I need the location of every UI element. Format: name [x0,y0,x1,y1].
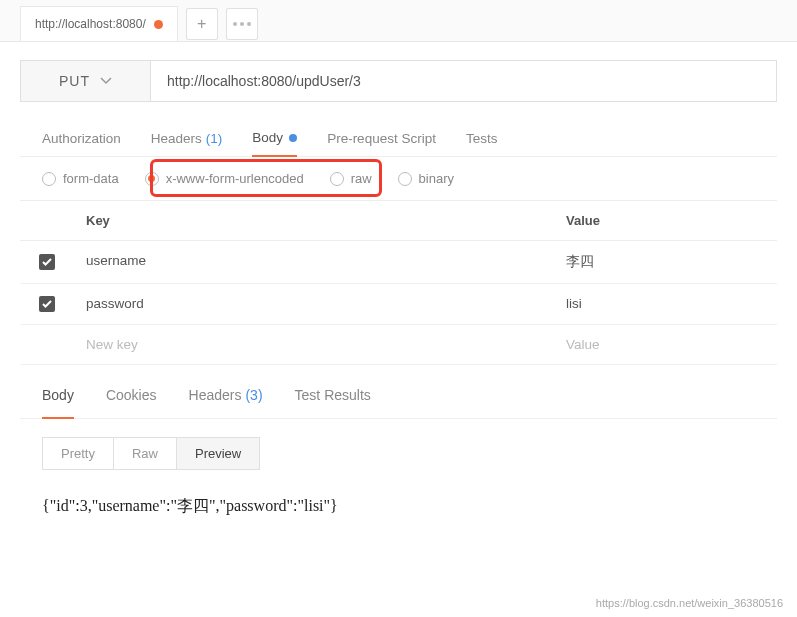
response-body: {"id":3,"username":"李四","password":"lisi… [20,488,777,539]
body-type-selector: form-data x-www-form-urlencoded raw bina… [20,157,777,200]
table-row[interactable]: password lisi [20,284,777,325]
response-tabs: Body Cookies Headers(3) Test Results [20,373,777,419]
radio-binary[interactable]: binary [398,171,454,186]
view-pretty[interactable]: Pretty [43,438,113,469]
resp-tab-cookies[interactable]: Cookies [106,373,157,418]
radio-checked-icon [145,172,159,186]
view-raw[interactable]: Raw [113,438,176,469]
main-area: PUT Authorization Headers(1) Body Pre-re… [0,42,797,539]
radio-form-data[interactable]: form-data [42,171,119,186]
url-input[interactable] [151,61,776,101]
new-value-input[interactable]: Value [554,337,777,352]
tab-headers[interactable]: Headers(1) [151,120,223,156]
tab-bar: http://localhost:8080/ + [0,0,797,42]
tab-title: http://localhost:8080/ [35,17,146,31]
key-header: Key [74,213,554,228]
body-active-dot-icon [289,134,297,142]
value-cell[interactable]: lisi [554,296,777,312]
watermark: https://blog.csdn.net/weixin_36380516 [596,597,783,609]
request-tab[interactable]: http://localhost:8080/ [20,6,178,41]
value-cell[interactable]: 李四 [554,253,777,271]
tab-menu-button[interactable] [226,8,258,40]
resp-tab-body[interactable]: Body [42,373,74,419]
tab-body[interactable]: Body [252,120,297,157]
radio-urlencoded[interactable]: x-www-form-urlencoded [145,171,304,186]
resp-tab-test-results[interactable]: Test Results [295,373,371,418]
table-row-new[interactable]: New key Value [20,325,777,365]
tab-prerequest[interactable]: Pre-request Script [327,120,436,156]
chevron-down-icon [100,77,112,85]
http-method-select[interactable]: PUT [21,61,151,101]
method-label: PUT [59,73,90,89]
key-cell[interactable]: username [74,253,554,271]
value-header: Value [554,213,777,228]
table-row[interactable]: username 李四 [20,241,777,284]
new-key-input[interactable]: New key [74,337,554,352]
kv-header-row: Key Value [20,201,777,241]
radio-icon [330,172,344,186]
view-preview[interactable]: Preview [176,438,259,469]
tab-tests[interactable]: Tests [466,120,498,156]
radio-icon [42,172,56,186]
resp-tab-headers[interactable]: Headers(3) [189,373,263,418]
row-checkbox[interactable] [39,254,55,270]
resp-headers-count: (3) [245,387,262,403]
new-tab-button[interactable]: + [186,8,218,40]
radio-raw[interactable]: raw [330,171,372,186]
request-tabs: Authorization Headers(1) Body Pre-reques… [20,120,777,157]
tab-authorization[interactable]: Authorization [42,120,121,156]
key-cell[interactable]: password [74,296,554,312]
view-mode-group: Pretty Raw Preview [42,437,260,470]
radio-icon [398,172,412,186]
row-checkbox[interactable] [39,296,55,312]
kv-table: Key Value username 李四 password lisi New … [20,200,777,365]
request-row: PUT [20,60,777,102]
headers-count: (1) [206,131,223,146]
unsaved-dot-icon [154,20,163,29]
